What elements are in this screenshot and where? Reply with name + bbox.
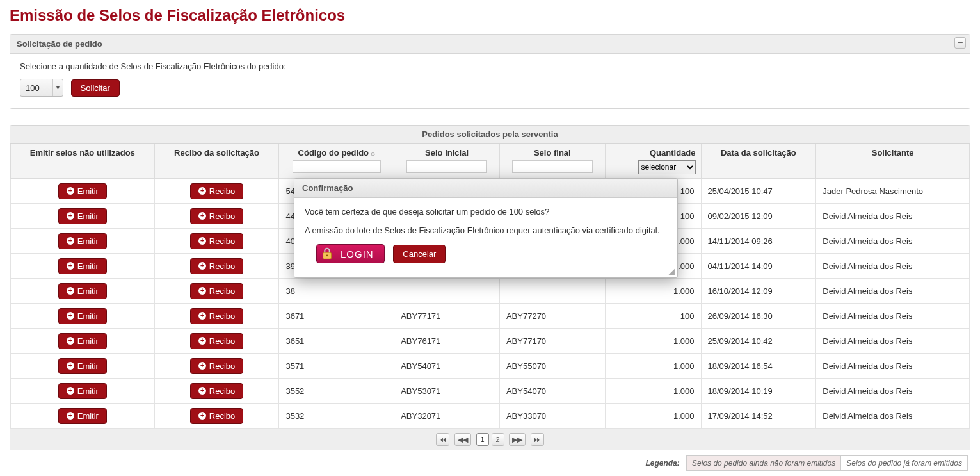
sort-icon: ◇: [371, 151, 375, 157]
emitir-label: Emitir: [77, 236, 99, 246]
quantity-stepper[interactable]: 100 ▼: [20, 79, 63, 97]
plus-icon: +: [67, 387, 74, 395]
table-caption: Pedidos solicitados pela serventia: [10, 126, 970, 144]
cell-quantidade: 1.000: [605, 354, 701, 379]
recibo-button[interactable]: +Recibo: [190, 333, 243, 349]
cell-solicitante: Deivid Almeida dos Reis: [816, 354, 970, 379]
page-first-icon[interactable]: ⏮: [436, 433, 449, 446]
emitir-button[interactable]: +Emitir: [58, 208, 107, 224]
cell-selo-final: ABY55070: [499, 354, 605, 379]
filter-codigo-input[interactable]: [293, 160, 381, 173]
col-selo-final-label: Selo final: [534, 148, 571, 158]
cell-selo-final: ABY33070: [499, 404, 605, 429]
lock-icon: [319, 246, 335, 261]
plus-icon: +: [198, 387, 206, 395]
recibo-button[interactable]: +Recibo: [190, 308, 243, 324]
col-emitir: Emitir selos não utilizados: [11, 144, 155, 179]
recibo-label: Recibo: [209, 286, 235, 296]
recibo-button[interactable]: +Recibo: [190, 358, 243, 374]
recibo-button[interactable]: +Recibo: [190, 233, 243, 249]
col-codigo-label: Código do pedido: [298, 148, 369, 158]
filter-selo-inicial-input[interactable]: [406, 160, 487, 173]
cell-data: 18/09/2014 10:19: [701, 379, 816, 404]
emitir-button[interactable]: +Emitir: [58, 308, 107, 324]
cell-data: 17/09/2014 14:52: [701, 404, 816, 429]
cell-solicitante: Deivid Almeida dos Reis: [816, 204, 970, 229]
cell-codigo: 3651: [279, 329, 394, 354]
plus-icon: +: [198, 287, 206, 295]
dialog-body: Você tem certeza de que deseja solicitar…: [294, 198, 677, 277]
col-data: Data da solicitação: [701, 144, 816, 179]
cancel-button[interactable]: Cancelar: [393, 245, 446, 263]
cell-codigo: 38: [279, 279, 394, 304]
page-prev-icon[interactable]: ◀◀: [454, 433, 471, 446]
cell-quantidade: 100: [605, 304, 701, 329]
cell-solicitante: Deivid Almeida dos Reis: [816, 379, 970, 404]
cell-selo-final: ABY77170: [499, 329, 605, 354]
plus-icon: +: [67, 187, 74, 195]
cell-codigo: 3552: [279, 379, 394, 404]
table-row: +Emitir+Recibo381.00016/10/2014 12:09Dei…: [11, 279, 970, 304]
col-solicitante: Solicitante: [816, 144, 970, 179]
plus-icon: +: [198, 362, 206, 370]
cell-data: 04/11/2014 14:09: [701, 254, 816, 279]
solicitar-button[interactable]: Solicitar: [71, 79, 120, 97]
cell-solicitante: Deivid Almeida dos Reis: [816, 329, 970, 354]
emitir-label: Emitir: [77, 336, 99, 346]
recibo-label: Recibo: [209, 411, 235, 421]
plus-icon: +: [198, 262, 206, 270]
page-last-icon[interactable]: ⏭: [531, 433, 544, 446]
cell-solicitante: Deivid Almeida dos Reis: [816, 404, 970, 429]
cell-codigo: 3571: [279, 354, 394, 379]
table-row: +Emitir+Recibo3671ABY77171ABY7727010026/…: [11, 304, 970, 329]
cell-quantidade: 1.000: [605, 279, 701, 304]
emitir-button[interactable]: +Emitir: [58, 258, 107, 274]
plus-icon: +: [67, 412, 74, 420]
recibo-button[interactable]: +Recibo: [190, 183, 243, 199]
cell-solicitante: Deivid Almeida dos Reis: [816, 254, 970, 279]
cell-selo-inicial: ABY54071: [394, 354, 500, 379]
cell-selo-final: [499, 279, 605, 304]
recibo-label: Recibo: [209, 236, 235, 246]
recibo-button[interactable]: +Recibo: [190, 408, 243, 424]
recibo-label: Recibo: [209, 211, 235, 221]
cell-data: 14/11/2014 09:26: [701, 229, 816, 254]
emitir-label: Emitir: [77, 361, 99, 371]
emitir-label: Emitir: [77, 186, 99, 196]
col-quantidade-label: Quantidade: [650, 148, 696, 158]
dialog-line2: A emissão do lote de Selos de Fiscalizaç…: [305, 226, 667, 235]
col-codigo[interactable]: Código do pedido◇: [279, 144, 394, 179]
recibo-button[interactable]: +Recibo: [190, 383, 243, 399]
legend-pending: Selos do pedido ainda não foram emitidos: [686, 455, 841, 471]
table-row: +Emitir+Recibo3532ABY32071ABY330701.0001…: [11, 404, 970, 429]
login-label: LOGIN: [341, 249, 374, 259]
emitir-label: Emitir: [77, 411, 99, 421]
emitir-button[interactable]: +Emitir: [58, 408, 107, 424]
cell-selo-final: ABY77270: [499, 304, 605, 329]
recibo-label: Recibo: [209, 361, 235, 371]
cell-codigo: 3671: [279, 304, 394, 329]
recibo-button[interactable]: +Recibo: [190, 283, 243, 299]
page-number-2[interactable]: 2: [492, 433, 504, 446]
page-number-1[interactable]: 1: [476, 433, 489, 446]
confirm-dialog: Confirmação Você tem certeza de que dese…: [294, 178, 678, 278]
recibo-button[interactable]: +Recibo: [190, 208, 243, 224]
filter-selo-final-input[interactable]: [512, 160, 593, 173]
login-button[interactable]: LOGIN: [316, 244, 385, 263]
resize-handle-icon: ◢: [668, 268, 676, 276]
emitir-label: Emitir: [77, 286, 99, 296]
chevron-down-icon[interactable]: ▼: [52, 79, 63, 96]
filter-quantidade-select[interactable]: selecionar: [638, 160, 696, 174]
cell-quantidade: 1.000: [605, 329, 701, 354]
emitir-label: Emitir: [77, 211, 99, 221]
page-next-icon[interactable]: ▶▶: [509, 433, 526, 446]
emitir-button[interactable]: +Emitir: [58, 358, 107, 374]
emitir-button[interactable]: +Emitir: [58, 233, 107, 249]
recibo-button[interactable]: +Recibo: [190, 258, 243, 274]
emitir-button[interactable]: +Emitir: [58, 183, 107, 199]
collapse-icon[interactable]: −: [954, 37, 966, 49]
emitir-button[interactable]: +Emitir: [58, 383, 107, 399]
emitir-button[interactable]: +Emitir: [58, 333, 107, 349]
emitir-button[interactable]: +Emitir: [58, 283, 107, 299]
quantity-value: 100: [20, 83, 52, 93]
